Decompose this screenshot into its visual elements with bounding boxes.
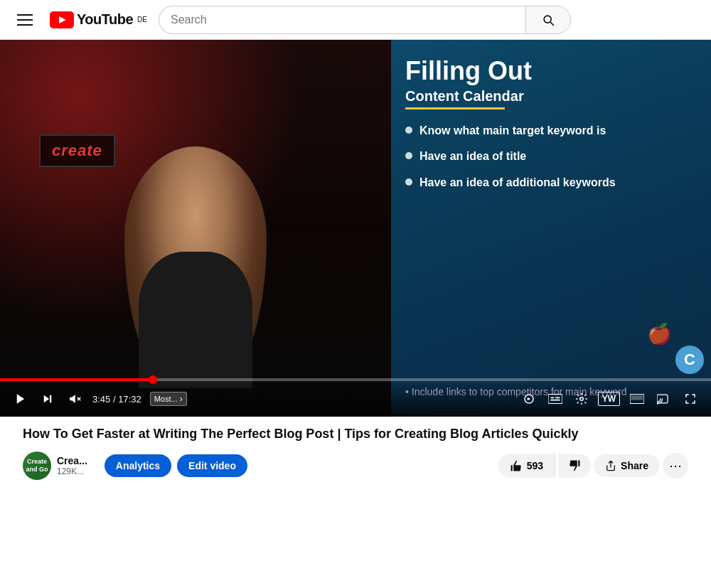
channel-info[interactable]: Crea... 129K... [57, 455, 87, 476]
edit-video-button[interactable]: Edit video [177, 454, 247, 477]
hamburger-menu[interactable] [11, 9, 38, 31]
thumbs-down-icon [568, 459, 581, 472]
avatar-text: Createand Go [26, 458, 48, 474]
play-icon [14, 392, 27, 405]
region-badge: DE [137, 16, 147, 23]
mute-button[interactable] [65, 390, 84, 408]
slide-underline [405, 107, 505, 109]
cast-icon [657, 393, 671, 405]
like-button[interactable]: 593 [498, 454, 555, 478]
share-label: Share [621, 460, 648, 471]
bullet-text-1: Know what main target keyword is [419, 124, 606, 139]
theater-button[interactable] [627, 391, 647, 407]
svg-marker-2 [17, 394, 25, 404]
theater-icon [630, 394, 644, 404]
slide-bullet-2: Have an idea of title [405, 149, 697, 164]
right-actions: 593 Share ⋯ [498, 453, 688, 479]
video-title: How To Get Faster at Writing The Perfect… [23, 425, 688, 443]
bullet-text-3: Have an idea of additional keywords [419, 176, 616, 191]
fullscreen-icon [684, 392, 697, 405]
svg-rect-13 [550, 400, 560, 401]
keyboard-button[interactable]: YW [598, 392, 620, 406]
chevron-right-icon: › [180, 394, 183, 404]
dislike-button[interactable] [558, 454, 591, 478]
svg-marker-3 [44, 395, 50, 403]
more-dots-icon: ⋯ [669, 458, 682, 474]
c-badge: C [675, 346, 704, 374]
subtitles-icon [548, 394, 562, 404]
share-icon [605, 460, 616, 471]
header: YouTube DE [0, 0, 711, 40]
search-bar [159, 6, 571, 34]
bullet-dot [405, 152, 412, 159]
action-buttons: Analytics Edit video [105, 454, 247, 477]
header-left: YouTube DE [11, 9, 147, 31]
channel-name: Crea... [57, 455, 87, 466]
more-options-button[interactable]: ⋯ [663, 453, 688, 479]
slide-title-line1: Filling Out [405, 57, 697, 85]
slide-bullet-1: Know what main target keyword is [405, 124, 697, 139]
skip-button[interactable] [38, 390, 57, 408]
mute-icon [68, 392, 81, 405]
fullscreen-button[interactable] [681, 390, 700, 408]
like-count: 593 [527, 460, 543, 471]
svg-rect-12 [555, 397, 560, 399]
slide-title-line2: Content Calendar [405, 88, 697, 105]
search-button[interactable] [525, 6, 571, 34]
channel-avatar[interactable]: Createand Go [23, 451, 51, 480]
settings-icon [575, 392, 588, 405]
slide-bullet-3: Have an idea of additional keywords [405, 176, 697, 191]
bullet-text-2: Have an idea of title [419, 149, 526, 164]
bullet-dot [405, 127, 412, 134]
presenter-figure [124, 146, 267, 374]
video-info: How To Get Faster at Writing The Perfect… [0, 417, 711, 486]
skip-icon [41, 392, 54, 405]
svg-marker-9 [527, 397, 530, 401]
svg-rect-16 [631, 395, 643, 400]
quality-badge[interactable]: Most... › [150, 392, 187, 406]
thumbs-up-icon [510, 459, 523, 472]
thumbnail-studio: create [0, 40, 391, 417]
svg-rect-11 [550, 397, 554, 399]
settings-button[interactable] [572, 390, 591, 408]
svg-rect-10 [548, 394, 562, 403]
bullet-dot [405, 178, 412, 186]
youtube-wordmark: YouTube [77, 11, 133, 28]
miniplayer-button[interactable] [520, 390, 538, 408]
controls-right: YW [520, 390, 700, 408]
create-sign: create [39, 134, 115, 167]
svg-point-14 [579, 397, 583, 401]
channel-subs: 129K... [57, 466, 87, 476]
youtube-logo[interactable]: YouTube DE [50, 11, 147, 28]
video-section: create Filling Out Content Calendar Know… [0, 40, 711, 417]
search-input-wrap [159, 6, 525, 34]
video-controls: 3:45 / 17:32 Most... › [0, 381, 711, 417]
apple-icon: 🍎 [647, 322, 672, 346]
search-icon [541, 13, 555, 27]
svg-rect-4 [50, 395, 51, 403]
analytics-button[interactable]: Analytics [105, 454, 171, 477]
time-display: 3:45 / 17:32 [92, 394, 141, 405]
svg-marker-5 [70, 395, 75, 403]
subtitles-button[interactable] [545, 391, 565, 407]
cast-button[interactable] [654, 390, 674, 407]
video-thumbnail[interactable]: create Filling Out Content Calendar Know… [0, 40, 711, 417]
miniplayer-icon [523, 392, 535, 405]
share-button[interactable]: Share [594, 454, 660, 477]
thumbnail-slide: Filling Out Content Calendar Know what m… [391, 40, 711, 417]
search-input[interactable] [171, 14, 514, 26]
video-meta-row: Createand Go Crea... 129K... Analytics E… [23, 451, 688, 480]
youtube-icon [50, 11, 74, 28]
play-button[interactable] [11, 390, 30, 408]
quality-label: Most... [154, 395, 178, 403]
